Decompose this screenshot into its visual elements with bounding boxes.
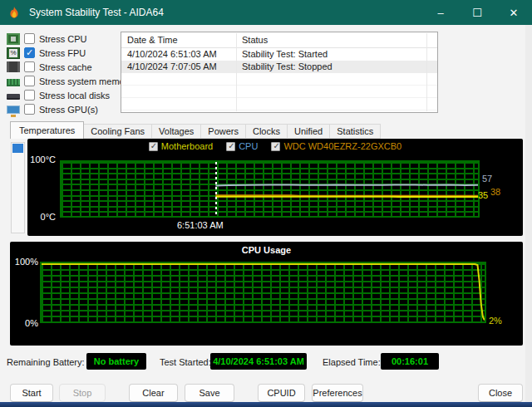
- tab-statistics[interactable]: Statistics: [330, 124, 381, 139]
- chart-tabs: Temperatures Cooling Fans Voltages Power…: [10, 121, 381, 139]
- stress-fpu-label: Stress FPU: [39, 48, 86, 58]
- legend-label-motherboard: Motherboard: [161, 141, 213, 151]
- elapsed-time-value: 00:16:01: [381, 353, 439, 370]
- stress-gpu-row: Stress GPU(s): [7, 102, 132, 116]
- stress-memory-row: Stress system memory: [7, 74, 132, 88]
- table-row-empty: [121, 98, 437, 110]
- cpu-usage-series-line: [42, 263, 485, 321]
- stress-cpu-label: Stress CPU: [39, 34, 86, 44]
- event-log-table: Date & Time Status 4/10/2024 6:51:03 AM …: [121, 32, 438, 113]
- stress-fpu-checkbox[interactable]: [24, 47, 35, 58]
- window-title: System Stability Test - AIDA64: [29, 7, 422, 18]
- stress-fpu-row: Stress FPU: [7, 46, 132, 60]
- legend-item-motherboard: Motherboard: [149, 141, 213, 151]
- table-header: Date & Time Status: [121, 32, 437, 48]
- stress-disks-row: Stress local disks: [7, 88, 132, 102]
- gpu-icon: [7, 105, 20, 114]
- y-axis-max-label: 100°C: [29, 154, 56, 164]
- stress-disks-label: Stress local disks: [39, 91, 110, 101]
- stress-memory-label: Stress system memory: [39, 76, 132, 86]
- column-divider: [426, 33, 427, 111]
- tab-temperatures[interactable]: Temperatures: [10, 121, 84, 139]
- log-datetime: 4/10/2024 7:07:05 AM: [121, 61, 236, 73]
- motherboard-end-value: 35: [478, 190, 488, 200]
- cpu-end-value: 57: [482, 174, 492, 184]
- battery-value: No battery: [86, 353, 146, 370]
- column-divider: [236, 33, 237, 111]
- chart-scrollbar-thumb[interactable]: [12, 144, 23, 153]
- stress-cpu-row: Stress CPU: [7, 32, 132, 46]
- stress-disks-checkbox[interactable]: [24, 90, 35, 101]
- elapsed-time-label: Elapsed Time:: [323, 357, 381, 367]
- legend-label-wdc: WDC WD40EZRZ-22GXCB0: [283, 141, 401, 151]
- stress-cache-row: Stress cache: [7, 60, 132, 74]
- wdc-end-value: 38: [490, 187, 500, 197]
- stress-cache-checkbox[interactable]: [24, 61, 35, 72]
- fpu-icon: [7, 47, 20, 59]
- chart-legend: Motherboard CPU WDC WD40EZRZ-22GXCB0: [27, 141, 523, 151]
- preferences-button[interactable]: Preferences: [312, 384, 363, 402]
- tab-unified[interactable]: Unified: [288, 124, 330, 139]
- cache-icon: [7, 61, 20, 72]
- clear-button[interactable]: Clear: [129, 384, 178, 402]
- close-button[interactable]: Close: [478, 384, 523, 402]
- legend-checkbox-cpu[interactable]: [226, 142, 235, 151]
- log-status: Stability Test: Started: [236, 48, 328, 61]
- stress-option-list: Stress CPU Stress FPU Stress cache Stres…: [7, 32, 132, 116]
- column-header-datetime[interactable]: Date & Time: [121, 32, 236, 47]
- aida64-flame-icon: [7, 6, 21, 19]
- tab-powers[interactable]: Powers: [201, 124, 246, 139]
- stress-cache-label: Stress cache: [39, 62, 92, 72]
- temperature-chart-panel: Motherboard CPU WDC WD40EZRZ-22GXCB0 100…: [27, 139, 523, 236]
- table-row[interactable]: 4/10/2024 6:51:03 AM Stability Test: Sta…: [121, 48, 437, 61]
- log-status: Stability Test: Stopped: [236, 61, 332, 73]
- maximize-icon[interactable]: ☐: [459, 0, 495, 25]
- stress-gpu-label: Stress GPU(s): [39, 105, 98, 115]
- stress-cpu-checkbox[interactable]: [24, 33, 35, 44]
- y-axis-max-label: 100%: [12, 257, 38, 267]
- tab-cooling-fans[interactable]: Cooling Fans: [84, 124, 152, 139]
- tab-clocks[interactable]: Clocks: [246, 124, 288, 139]
- table-row-empty: [121, 73, 437, 86]
- memory-icon: [7, 79, 20, 86]
- save-button[interactable]: Save: [185, 384, 234, 402]
- stress-gpu-checkbox[interactable]: [24, 104, 35, 115]
- disk-icon: [7, 94, 20, 100]
- cpu-icon: [7, 33, 20, 45]
- window-right-gutter: [525, 25, 532, 402]
- legend-label-cpu: CPU: [239, 141, 258, 151]
- legend-item-cpu: CPU: [226, 141, 258, 151]
- cpuid-button[interactable]: CPUID: [258, 384, 305, 402]
- title-bar: System Stability Test - AIDA64 – ☐ ✕: [0, 0, 532, 25]
- cpu-usage-title: CPU Usage: [10, 245, 523, 255]
- stop-button[interactable]: Stop: [59, 384, 106, 402]
- temperature-plot-area: [60, 160, 480, 218]
- close-icon[interactable]: ✕: [495, 0, 532, 25]
- table-row[interactable]: 4/10/2024 7:07:05 AM Stability Test: Sto…: [121, 61, 437, 73]
- cpu-usage-plot-area: [40, 262, 486, 323]
- stability-test-window: System Stability Test - AIDA64 – ☐ ✕ Str…: [0, 0, 532, 407]
- legend-checkbox-motherboard[interactable]: [149, 142, 158, 151]
- legend-checkbox-wdc[interactable]: [271, 142, 280, 151]
- test-start-marker-line: [215, 162, 217, 216]
- cpu-usage-end-value: 2%: [489, 316, 502, 326]
- minimize-icon[interactable]: –: [422, 0, 459, 25]
- window-bottom-edge: [0, 402, 532, 407]
- start-button[interactable]: Start: [10, 384, 53, 402]
- log-datetime: 4/10/2024 6:51:03 AM: [121, 48, 236, 61]
- temperature-series-lines: [62, 162, 478, 216]
- tab-voltages[interactable]: Voltages: [152, 124, 201, 139]
- y-axis-min-label: 0%: [12, 318, 38, 328]
- table-row-empty: [121, 86, 437, 98]
- legend-item-wdc: WDC WD40EZRZ-22GXCB0: [271, 141, 401, 151]
- cpu-usage-chart-panel: CPU Usage 100% 0% 2%: [10, 242, 523, 346]
- battery-label: Remaining Battery:: [7, 357, 85, 367]
- test-started-value: 4/10/2024 6:51:03 AM: [210, 353, 307, 370]
- column-header-status[interactable]: Status: [236, 32, 268, 47]
- y-axis-min-label: 0°C: [29, 212, 56, 222]
- chart-scrollbar[interactable]: [11, 142, 25, 233]
- test-started-label: Test Started:: [160, 357, 211, 367]
- stress-memory-checkbox[interactable]: [24, 76, 35, 86]
- start-time-label: 6:51:03 AM: [177, 220, 224, 230]
